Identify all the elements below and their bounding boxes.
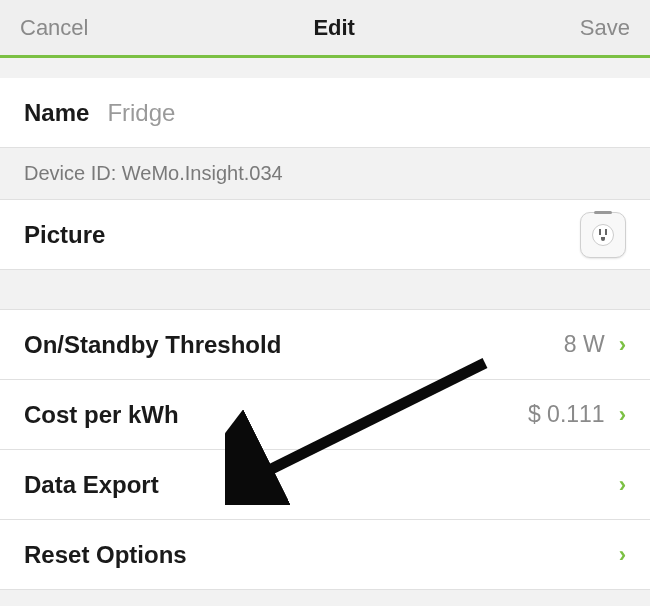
chevron-right-icon: › (619, 472, 626, 498)
nav-bar: Cancel Edit Save (0, 0, 650, 58)
threshold-value: 8 W (564, 331, 605, 358)
device-id-label: Device ID: (24, 162, 116, 184)
data-export-label: Data Export (24, 471, 159, 499)
chevron-right-icon: › (619, 402, 626, 428)
cost-label: Cost per kWh (24, 401, 179, 429)
picture-label: Picture (24, 221, 105, 249)
chevron-right-icon: › (619, 332, 626, 358)
name-label: Name (24, 99, 89, 127)
name-row[interactable]: Name Fridge (0, 78, 650, 148)
device-id-value: WeMo.Insight.034 (122, 162, 283, 184)
page-title: Edit (313, 15, 355, 41)
section-gap (0, 58, 650, 78)
name-input[interactable]: Fridge (107, 99, 175, 127)
threshold-row[interactable]: On/Standby Threshold 8 W › (0, 310, 650, 380)
reset-label: Reset Options (24, 541, 187, 569)
section-gap (0, 270, 650, 310)
data-export-row[interactable]: Data Export › (0, 450, 650, 520)
device-picture-icon (580, 212, 626, 258)
cost-per-kwh-row[interactable]: Cost per kWh $ 0.111 › (0, 380, 650, 450)
chevron-right-icon: › (619, 542, 626, 568)
picture-row[interactable]: Picture (0, 200, 650, 270)
save-button[interactable]: Save (580, 15, 630, 41)
threshold-label: On/Standby Threshold (24, 331, 281, 359)
reset-options-row[interactable]: Reset Options › (0, 520, 650, 590)
cost-value: $ 0.111 (528, 401, 605, 428)
device-id-row: Device ID: WeMo.Insight.034 (0, 148, 650, 200)
cancel-button[interactable]: Cancel (20, 15, 88, 41)
